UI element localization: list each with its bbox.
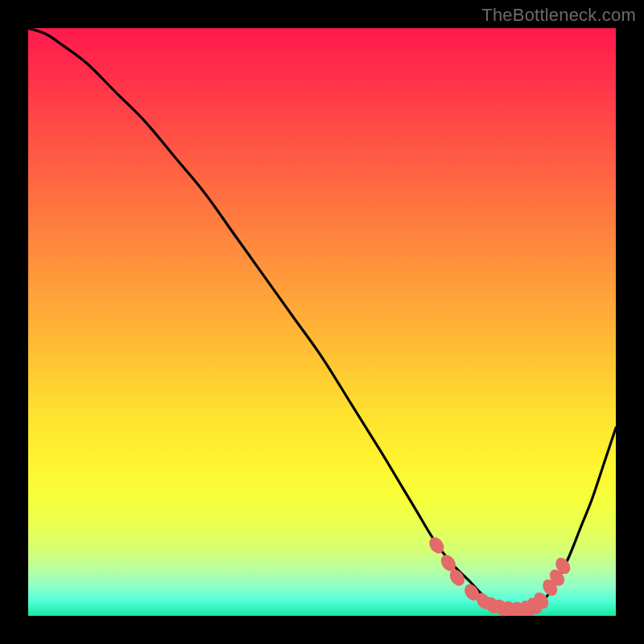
plot-area (28, 28, 616, 616)
curve-layer (28, 28, 616, 616)
curve-markers (426, 535, 573, 616)
watermark-text: TheBottleneck.com (481, 5, 636, 26)
bottleneck-curve (28, 28, 616, 610)
chart-frame: TheBottleneck.com (0, 0, 644, 644)
